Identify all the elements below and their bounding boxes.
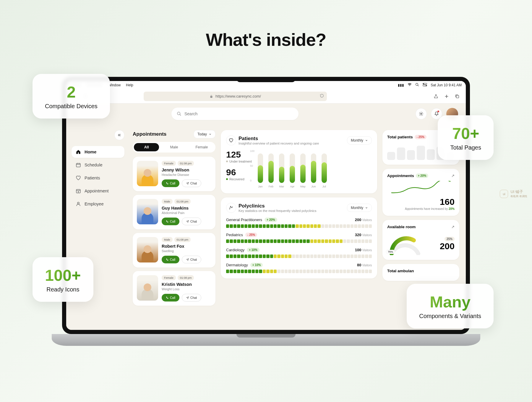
battery-icon: ▮▮▮ <box>398 83 404 87</box>
time-tag: 01:08 pm <box>178 161 194 166</box>
patients-period-select[interactable]: Monthly <box>347 136 372 145</box>
send-icon <box>186 296 189 299</box>
gender-tag: Male <box>162 199 173 204</box>
menubar-datetime: Sat Jun 10 9:41 AM <box>431 83 462 87</box>
phone-icon <box>166 296 168 299</box>
call-button[interactable]: Call <box>162 256 179 263</box>
bar-Jul: Jul <box>322 153 327 188</box>
float-icons: 100+ Ready Icons <box>33 257 93 302</box>
float-devices: 2 Compatible Devices <box>33 74 110 119</box>
call-button[interactable]: Call <box>162 179 179 187</box>
bar-Jan: Jan <box>258 153 263 188</box>
appointments-value: 160 <box>387 197 455 207</box>
gender-filter: AllMaleFemale <box>133 142 215 153</box>
polyclinic-value: 80Visitors <box>357 263 372 267</box>
control-center-icon <box>423 83 427 87</box>
settings-button[interactable] <box>416 108 427 119</box>
svg-point-5 <box>426 85 427 86</box>
sidebar-item-patients[interactable]: Patients <box>72 172 124 184</box>
polyclinics-icon <box>226 203 236 213</box>
bar-Apr: Apr <box>290 153 295 188</box>
search-input[interactable]: Search <box>171 108 299 120</box>
chevron-down-icon <box>209 133 212 136</box>
sidebar-item-label: Home <box>85 150 96 154</box>
menubar-item[interactable]: Help <box>126 83 133 87</box>
polyclinic-name: Pediatrics <box>226 233 243 237</box>
patients-subtitle: Insightful overview of patient recovery … <box>239 142 319 145</box>
under-treatment-value: 125 <box>226 150 252 160</box>
sidebar-collapse-button[interactable] <box>114 130 124 140</box>
expand-icon[interactable]: ↗ <box>451 174 455 178</box>
chat-button[interactable]: Chat <box>182 218 201 225</box>
polyclinic-row: General Practitioners+ 20%200Visitors <box>226 218 372 228</box>
patient-avatar <box>137 199 158 224</box>
patient-issue: Swelling <box>162 249 211 253</box>
laptop-base <box>52 334 480 346</box>
call-button[interactable]: Call <box>162 294 179 302</box>
filter-female[interactable]: Female <box>189 143 214 151</box>
svg-point-0 <box>416 83 418 86</box>
appointment-card: Male01:08 pm Guy Hawkins Abdominal Pain … <box>133 195 215 229</box>
gauge-high: 25% <box>445 237 455 241</box>
polyclinic-bar <box>226 224 372 228</box>
phone-icon <box>166 182 168 185</box>
polyclinic-value: 320Visitors <box>355 233 372 237</box>
sidebar-item-home[interactable]: Home <box>72 146 124 158</box>
appointments-title: Appointments <box>133 131 166 137</box>
home-icon <box>76 149 81 155</box>
sidebar-item-employee[interactable]: Employee <box>72 198 124 210</box>
total-patients-delta: - 25% <box>415 135 426 139</box>
polyclinic-row: Cardiology+ 10%100Visitors <box>226 248 372 258</box>
reload-icon[interactable] <box>320 94 324 99</box>
chat-button[interactable]: Chat <box>182 179 201 187</box>
patient-issue: Abdominal Pain <box>162 211 211 215</box>
gear-icon <box>419 111 424 116</box>
search-menubar-icon <box>415 83 419 87</box>
sidebar-item-label: Appointment <box>85 189 108 193</box>
polyclinics-subtitle: Key statistics on the most frequently vi… <box>239 209 317 213</box>
polyclinic-delta: + 10% <box>250 263 263 267</box>
polyclinics-period-select[interactable]: Monthly <box>347 204 372 212</box>
url-text: https://www.caresync.com/ <box>215 94 261 98</box>
sidebar-item-schedule[interactable]: Schedule <box>72 159 124 171</box>
filter-male[interactable]: Male <box>161 143 186 151</box>
appointment-icon <box>76 188 81 194</box>
time-tag: 01:08 pm <box>174 237 191 242</box>
patient-name: Kristin Watson <box>162 282 211 287</box>
appointments-period-select[interactable]: Today <box>194 130 215 138</box>
polyclinic-name: General Practitioners <box>226 218 262 222</box>
sidebar-item-label: Schedule <box>85 163 102 167</box>
polyclinic-bar <box>226 255 372 258</box>
address-bar[interactable]: https://www.caresync.com/ <box>144 92 327 101</box>
chat-button[interactable]: Chat <box>182 256 201 263</box>
share-icon[interactable] <box>433 93 439 100</box>
new-tab-icon[interactable] <box>443 93 450 100</box>
polyclinic-value: 100Visitors <box>355 248 372 252</box>
polyclinic-row: Pediatrics- 25%320Visitors <box>226 233 372 243</box>
svg-rect-6 <box>210 96 213 98</box>
filter-all[interactable]: All <box>134 143 159 151</box>
available-room-card: Available room↗ 75% 25% 200 <box>382 220 459 260</box>
time-tag: 01:08 pm <box>174 199 191 204</box>
patient-avatar <box>137 237 158 262</box>
gender-tag: Female <box>162 275 176 280</box>
chat-button[interactable]: Chat <box>182 294 201 302</box>
appointments-card: Appointments+ 20%↗ 160 Appointments have… <box>382 169 459 216</box>
svg-rect-13 <box>76 163 80 167</box>
page-title: What's inside? <box>0 0 532 50</box>
room-gauge: 75% <box>387 234 423 255</box>
sidebar-item-appointment[interactable]: Appointment <box>72 185 124 197</box>
appointments-delta: + 20% <box>416 174 429 178</box>
watermark: ui UI 铺子有格局 有调性 <box>500 189 527 198</box>
patients-icon <box>76 175 81 181</box>
appointments-card-title: Appointments <box>387 174 414 178</box>
polyclinic-delta: + 10% <box>247 248 259 252</box>
svg-point-3 <box>423 83 424 84</box>
tabs-icon[interactable] <box>454 93 460 100</box>
patients-panel: Patients Insightful overview of patient … <box>221 130 377 193</box>
polyclinic-row: Dermatology+ 10%80Visitors <box>226 263 372 273</box>
call-button[interactable]: Call <box>162 218 179 225</box>
send-icon <box>186 258 189 261</box>
expand-icon[interactable]: ↗ <box>451 225 455 229</box>
float-many: Many Components & Variants <box>407 284 494 328</box>
